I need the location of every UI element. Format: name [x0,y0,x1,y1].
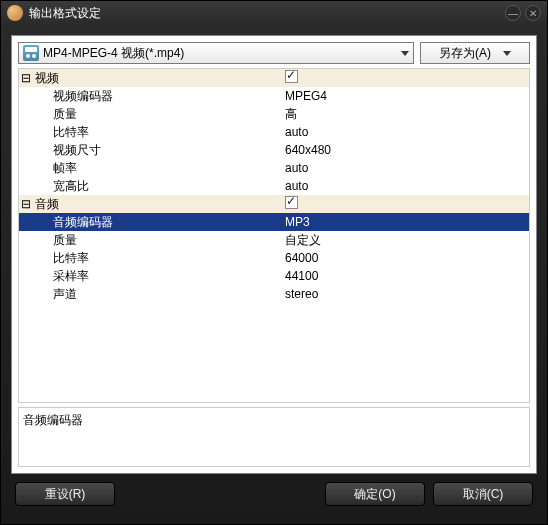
reset-button[interactable]: 重设(R) [15,482,115,506]
save-as-label: 另存为(A) [439,45,491,62]
format-combobox[interactable]: MP4-MPEG-4 视频(*.mp4) [18,42,414,64]
property-row[interactable]: 比特率64000 [19,249,529,267]
group-check[interactable] [283,70,529,86]
window-title: 输出格式设定 [29,5,505,22]
collapse-icon[interactable]: ⊟ [19,71,33,85]
property-grid[interactable]: ⊟视频视频编码器MPEG4质量高比特率auto视频尺寸640x480帧率auto… [18,68,530,403]
close-button[interactable]: ✕ [525,5,541,21]
property-value[interactable]: MP3 [283,215,529,229]
property-value[interactable]: 640x480 [283,143,529,157]
property-value[interactable]: 高 [283,106,529,123]
footer: 重设(R) 确定(O) 取消(C) [11,474,537,514]
app-icon [7,5,23,21]
main-panel: MP4-MPEG-4 视频(*.mp4) 另存为(A) ⊟视频视频编码器MPEG… [11,35,537,474]
checkbox-icon [285,196,298,209]
property-row[interactable]: 比特率auto [19,123,529,141]
clapboard-icon [23,45,39,61]
property-row[interactable]: 视频尺寸640x480 [19,141,529,159]
property-row[interactable]: 质量自定义 [19,231,529,249]
property-value[interactable]: 64000 [283,251,529,265]
property-name: 音频编码器 [33,214,283,231]
group-header[interactable]: ⊟视频 [19,69,529,87]
group-label: 视频 [33,70,283,87]
property-name: 帧率 [33,160,283,177]
property-row[interactable]: 宽高比auto [19,177,529,195]
property-row[interactable]: 声道stereo [19,285,529,303]
checkbox-icon [285,70,298,83]
save-as-button[interactable]: 另存为(A) [420,42,530,64]
property-value[interactable]: auto [283,179,529,193]
cancel-button[interactable]: 取消(C) [433,482,533,506]
chevron-down-icon [503,51,511,56]
property-row[interactable]: 视频编码器MPEG4 [19,87,529,105]
chevron-down-icon [401,51,409,56]
property-name: 采样率 [33,268,283,285]
description-box: 音频编码器 [18,407,530,467]
property-value[interactable]: MPEG4 [283,89,529,103]
minimize-button[interactable]: — [505,5,521,21]
group-label: 音频 [33,196,283,213]
description-label: 音频编码器 [23,413,83,427]
property-row[interactable]: 音频编码器MP3 [19,213,529,231]
group-header[interactable]: ⊟音频 [19,195,529,213]
property-name: 质量 [33,232,283,249]
group-check[interactable] [283,196,529,212]
property-row[interactable]: 质量高 [19,105,529,123]
property-row[interactable]: 采样率44100 [19,267,529,285]
property-name: 视频尺寸 [33,142,283,159]
property-value[interactable]: stereo [283,287,529,301]
output-format-dialog: 输出格式设定 — ✕ MP4-MPEG-4 视频(*.mp4) 另存为(A) ⊟… [0,0,548,525]
property-value[interactable]: 自定义 [283,232,529,249]
property-name: 比特率 [33,124,283,141]
property-name: 视频编码器 [33,88,283,105]
property-value[interactable]: auto [283,161,529,175]
property-name: 宽高比 [33,178,283,195]
property-name: 声道 [33,286,283,303]
collapse-icon[interactable]: ⊟ [19,197,33,211]
property-name: 比特率 [33,250,283,267]
property-row[interactable]: 帧率auto [19,159,529,177]
ok-button[interactable]: 确定(O) [325,482,425,506]
format-selected: MP4-MPEG-4 视频(*.mp4) [43,45,397,62]
property-value[interactable]: 44100 [283,269,529,283]
titlebar: 输出格式设定 — ✕ [1,1,547,25]
property-value[interactable]: auto [283,125,529,139]
property-name: 质量 [33,106,283,123]
